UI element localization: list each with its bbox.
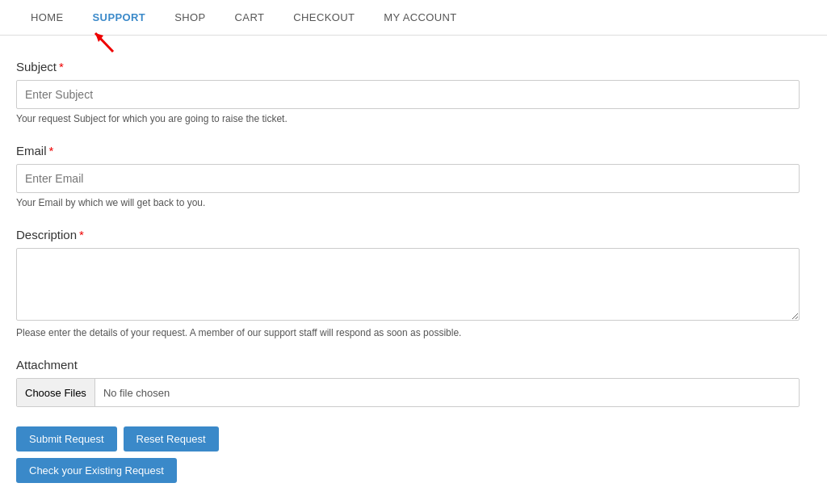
attachment-group: Attachment Choose Files No file chosen xyxy=(16,358,800,407)
subject-required-star: * xyxy=(59,60,64,74)
choose-files-button[interactable]: Choose Files xyxy=(17,379,95,406)
main-nav: HOME SUPPORT SHOP CART CHECKOUT MY ACCOU… xyxy=(0,0,827,36)
description-textarea[interactable] xyxy=(16,248,800,321)
email-required-star: * xyxy=(49,144,54,158)
reset-request-button[interactable]: Reset Request xyxy=(124,426,219,452)
description-group: Description* Please enter the details of… xyxy=(16,228,800,338)
arrow-icon xyxy=(89,29,121,53)
subject-label: Subject* xyxy=(16,60,800,74)
subject-group: Subject* Your request Subject for which … xyxy=(16,60,800,124)
check-existing-request-button[interactable]: Check your Existing Request xyxy=(16,458,177,483)
form-buttons: Submit Request Reset Request Check your … xyxy=(16,426,800,483)
email-group: Email* Your Email by which we will get b… xyxy=(16,144,800,208)
submit-request-button[interactable]: Submit Request xyxy=(16,426,117,452)
subject-hint: Your request Subject for which you are g… xyxy=(16,113,800,124)
description-hint: Please enter the details of your request… xyxy=(16,327,800,338)
nav-item-cart[interactable]: CART xyxy=(220,0,279,36)
btn-row-top: Submit Request Reset Request xyxy=(16,426,219,452)
email-input[interactable] xyxy=(16,164,800,193)
description-label: Description* xyxy=(16,228,800,242)
attachment-label: Attachment xyxy=(16,358,800,372)
file-input-wrapper: Choose Files No file chosen xyxy=(16,378,800,407)
email-hint: Your Email by which we will get back to … xyxy=(16,197,800,208)
nav-item-home[interactable]: HOME xyxy=(16,0,78,36)
description-required-star: * xyxy=(79,228,84,242)
main-content: Subject* Your request Subject for which … xyxy=(0,36,816,504)
nav-item-shop[interactable]: SHOP xyxy=(160,0,220,36)
no-file-chosen-text: No file chosen xyxy=(95,387,799,399)
email-label: Email* xyxy=(16,144,800,158)
subject-input[interactable] xyxy=(16,80,800,109)
nav-item-my-account[interactable]: MY ACCOUNT xyxy=(369,0,471,36)
nav-item-checkout[interactable]: CHECKOUT xyxy=(279,0,369,36)
